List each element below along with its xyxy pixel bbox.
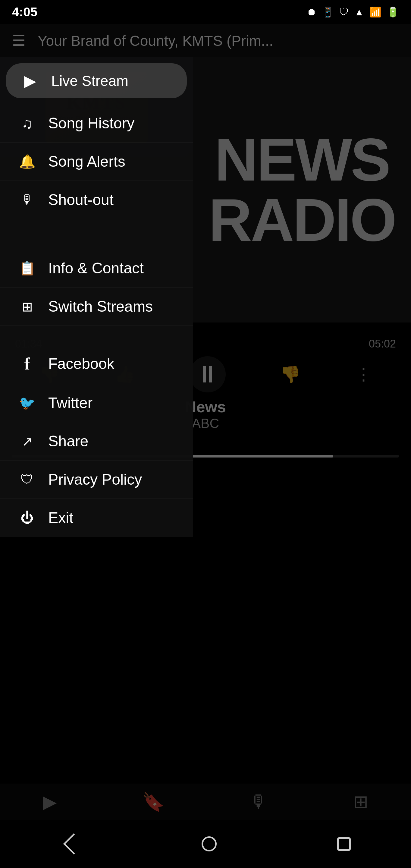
share-label: Share — [48, 433, 88, 450]
privacy-policy-label: Privacy Policy — [48, 471, 142, 488]
info-contact-label: Info & Contact — [48, 259, 144, 277]
android-home-button[interactable] — [201, 836, 217, 851]
twitter-icon: 🐦 — [15, 395, 39, 411]
shoutout-label: Shout-out — [48, 191, 114, 209]
live-stream-icon: ▶ — [18, 72, 42, 90]
status-icons: ⏺ 📱 🛡 ▲ 📶 🔋 — [307, 6, 399, 18]
menu-spacer — [0, 219, 193, 249]
menu-item-exit[interactable]: ⏻ Exit — [0, 499, 193, 537]
menu-item-privacy-policy[interactable]: 🛡 Privacy Policy — [0, 461, 193, 499]
exit-label: Exit — [48, 509, 73, 527]
android-nav-bar — [0, 820, 411, 868]
menu-item-song-history[interactable]: ♫ Song History — [0, 104, 193, 143]
menu-item-shoutout[interactable]: 🎙 Shout-out — [0, 181, 193, 219]
wifi-icon: ▲ — [354, 7, 364, 18]
signal-icon: 📶 — [370, 6, 381, 18]
shoutout-icon: 🎙 — [15, 192, 39, 207]
exit-icon: ⏻ — [15, 510, 39, 525]
record-icon: ⏺ — [307, 7, 316, 18]
menu-item-switch-streams[interactable]: ⊞ Switch Streams — [0, 287, 193, 326]
android-back-button[interactable] — [60, 836, 81, 851]
privacy-policy-icon: 🛡 — [15, 472, 39, 487]
menu-item-info-contact[interactable]: 📋 Info & Contact — [0, 249, 193, 287]
status-bar: 4:05 ⏺ 📱 🛡 ▲ 📶 🔋 — [0, 0, 411, 24]
menu-item-facebook[interactable]: f Facebook — [0, 344, 193, 384]
shield-icon: 🛡 — [339, 7, 349, 18]
facebook-icon: f — [15, 354, 39, 373]
status-time: 4:05 — [12, 5, 37, 19]
twitter-label: Twitter — [48, 394, 93, 412]
screen-icon: 📱 — [322, 6, 334, 18]
switch-streams-icon: ⊞ — [15, 299, 39, 314]
android-recents-button[interactable] — [337, 837, 351, 851]
song-alerts-label: Song Alerts — [48, 153, 125, 170]
song-alerts-icon: 🔔 — [15, 154, 39, 169]
share-icon: ↗ — [15, 434, 39, 449]
song-history-icon: ♫ — [15, 115, 39, 132]
battery-icon: 🔋 — [387, 6, 399, 18]
menu-item-live-stream[interactable]: ▶ Live Stream — [6, 63, 187, 98]
side-menu: ▶ Live Stream ♫ Song History 🔔 Song Aler… — [0, 57, 193, 537]
menu-item-share[interactable]: ↗ Share — [0, 422, 193, 461]
song-history-label: Song History — [48, 115, 134, 132]
info-contact-icon: 📋 — [15, 260, 39, 276]
switch-streams-label: Switch Streams — [48, 298, 153, 315]
live-stream-label: Live Stream — [51, 73, 128, 89]
menu-item-twitter[interactable]: 🐦 Twitter — [0, 384, 193, 422]
facebook-label: Facebook — [48, 355, 115, 373]
menu-item-song-alerts[interactable]: 🔔 Song Alerts — [0, 143, 193, 181]
